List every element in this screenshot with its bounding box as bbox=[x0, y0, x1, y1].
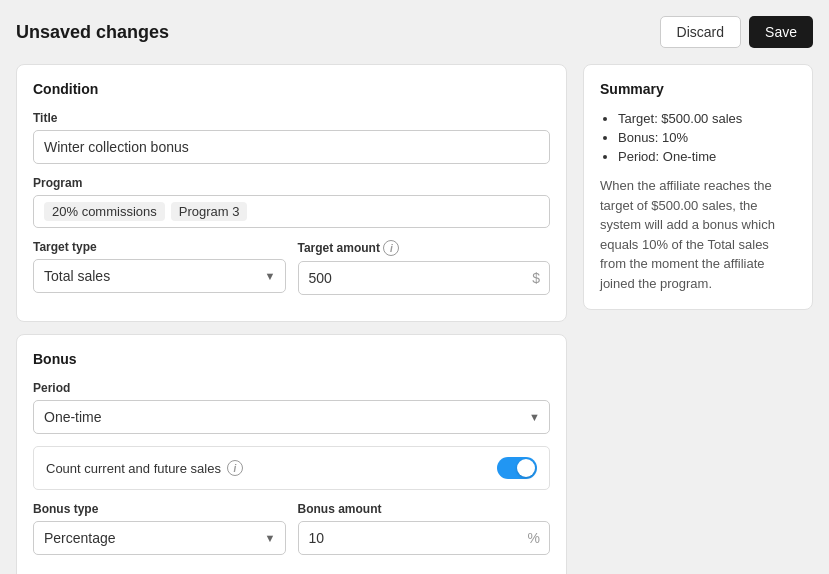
target-amount-info-icon: i bbox=[383, 240, 399, 256]
target-amount-label: Target amount i bbox=[298, 240, 551, 256]
bonus-card-title: Bonus bbox=[33, 351, 550, 367]
target-type-label: Target type bbox=[33, 240, 286, 254]
target-type-select[interactable]: Total sales bbox=[33, 259, 286, 293]
summary-item-3: Period: One-time bbox=[618, 149, 796, 164]
summary-list: Target: $500.00 sales Bonus: 10% Period:… bbox=[600, 111, 796, 164]
bonus-type-select-wrapper: Percentage ▼ bbox=[33, 521, 286, 555]
bonus-type-select[interactable]: Percentage bbox=[33, 521, 286, 555]
count-sales-info-icon: i bbox=[227, 460, 243, 476]
summary-item-2: Bonus: 10% bbox=[618, 130, 796, 145]
program-tag-2: Program 3 bbox=[171, 202, 248, 221]
bonus-type-label: Bonus type bbox=[33, 502, 286, 516]
target-amount-input[interactable] bbox=[298, 261, 551, 295]
toggle-knob bbox=[517, 459, 535, 477]
summary-description: When the affiliate reaches the target of… bbox=[600, 176, 796, 293]
target-amount-field: Target amount i $ bbox=[298, 240, 551, 305]
program-label: Program bbox=[33, 176, 550, 190]
period-label: Period bbox=[33, 381, 550, 395]
program-tags-input[interactable]: 20% commissions Program 3 bbox=[33, 195, 550, 228]
period-select[interactable]: One-time bbox=[33, 400, 550, 434]
period-field: Period One-time ▼ bbox=[33, 381, 550, 434]
count-sales-row: Count current and future sales i bbox=[33, 446, 550, 490]
condition-card: Condition Title Program 20% commissions … bbox=[16, 64, 567, 322]
summary-title: Summary bbox=[600, 81, 796, 97]
title-input[interactable] bbox=[33, 130, 550, 164]
left-column: Condition Title Program 20% commissions … bbox=[16, 64, 567, 574]
bonus-amount-label: Bonus amount bbox=[298, 502, 551, 516]
top-actions: Discard Save bbox=[660, 16, 813, 48]
page-title: Unsaved changes bbox=[16, 22, 169, 43]
bonus-type-amount-row: Bonus type Percentage ▼ Bonus amount % bbox=[33, 502, 550, 567]
condition-card-title: Condition bbox=[33, 81, 550, 97]
bonus-type-field: Bonus type Percentage ▼ bbox=[33, 502, 286, 555]
summary-card: Summary Target: $500.00 sales Bonus: 10%… bbox=[583, 64, 813, 310]
main-layout: Condition Title Program 20% commissions … bbox=[16, 64, 813, 574]
discard-button[interactable]: Discard bbox=[660, 16, 741, 48]
right-column: Summary Target: $500.00 sales Bonus: 10%… bbox=[583, 64, 813, 310]
target-row: Target type Total sales ▼ Target amount … bbox=[33, 240, 550, 305]
count-sales-label-wrap: Count current and future sales i bbox=[46, 460, 243, 476]
title-label: Title bbox=[33, 111, 550, 125]
count-sales-toggle[interactable] bbox=[497, 457, 537, 479]
summary-item-1: Target: $500.00 sales bbox=[618, 111, 796, 126]
target-type-select-wrapper: Total sales ▼ bbox=[33, 259, 286, 293]
bonus-card: Bonus Period One-time ▼ Count current an… bbox=[16, 334, 567, 574]
count-sales-label: Count current and future sales bbox=[46, 461, 221, 476]
bonus-amount-input-wrapper: % bbox=[298, 521, 551, 555]
target-type-field: Target type Total sales ▼ bbox=[33, 240, 286, 293]
program-field: Program 20% commissions Program 3 bbox=[33, 176, 550, 228]
title-field: Title bbox=[33, 111, 550, 164]
bonus-amount-input[interactable] bbox=[298, 521, 551, 555]
save-button[interactable]: Save bbox=[749, 16, 813, 48]
period-select-wrapper: One-time ▼ bbox=[33, 400, 550, 434]
program-tag-1: 20% commissions bbox=[44, 202, 165, 221]
bonus-amount-field: Bonus amount % bbox=[298, 502, 551, 567]
target-amount-input-wrapper: $ bbox=[298, 261, 551, 295]
